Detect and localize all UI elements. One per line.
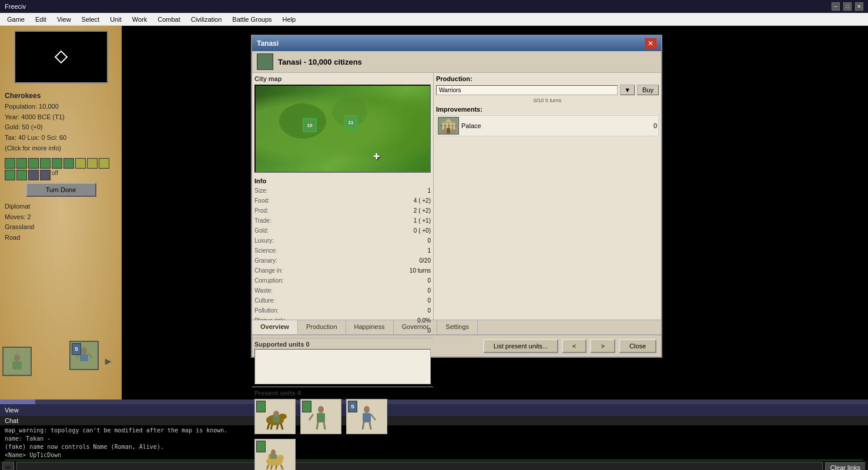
svg-point-21 [364, 406, 370, 413]
dialog-tabs: Overview Production Happiness Governor S… [252, 320, 661, 335]
menu-unit[interactable]: Unit [105, 15, 126, 24]
dialog-close-button[interactable]: ✕ [645, 38, 656, 49]
map-unit-1[interactable]: 10 [303, 118, 317, 132]
unit-icon-6 [63, 158, 74, 169]
restore-button[interactable]: □ [843, 2, 852, 11]
unit-icon-2 [16, 158, 27, 169]
production-progress: 0/10 5 turns [436, 98, 659, 103]
next-city-button[interactable]: > [590, 339, 615, 353]
tab-overview[interactable]: Overview [252, 320, 298, 334]
supported-units-area [254, 349, 431, 384]
corruption-value: 0 [427, 276, 431, 286]
tab-governor[interactable]: Governor [394, 320, 438, 334]
civ-info: Cherokees Population: 10,000 Year: 4000 … [5, 88, 117, 156]
luxury-value: 0 [427, 236, 431, 246]
prev-city-button[interactable]: < [562, 339, 587, 353]
minimize-button[interactable]: ─ [832, 2, 840, 11]
bottom-area: View Chat map_warning: topology can't be… [0, 400, 868, 470]
present-unit-1[interactable] [254, 399, 296, 434]
chat-header: Chat [0, 416, 868, 425]
minimap[interactable] [14, 31, 108, 83]
svg-line-19 [324, 422, 325, 429]
svg-line-18 [317, 422, 318, 429]
chat-line-4: <Name> UpTicDown [5, 451, 863, 459]
clear-links-button[interactable]: Clear links [825, 462, 866, 470]
present-units-section: Present units 4 [252, 387, 433, 470]
nav-right-arrow[interactable]: ► [103, 355, 113, 368]
present-units-area: S [254, 399, 431, 470]
menu-game[interactable]: Game [2, 15, 29, 24]
svg-line-11 [277, 425, 278, 429]
menu-civilization[interactable]: Civilization [186, 15, 227, 24]
list-present-units-button[interactable]: List present units... [483, 339, 558, 353]
year: Year: 4000 BCE (T1) [5, 112, 117, 123]
production-buy-button[interactable]: Buy [637, 85, 659, 95]
menu-select[interactable]: Select [77, 15, 105, 24]
tab-production[interactable]: Production [298, 320, 346, 334]
unit-portrait-1[interactable] [2, 347, 32, 376]
dialog-body: City map 10 11 ✚ [252, 73, 661, 320]
turn-done-button[interactable]: Turn Done [26, 183, 96, 197]
menu-view[interactable]: View [52, 15, 76, 24]
city-left-panel: City map 10 11 ✚ [252, 73, 434, 320]
present-unit-2[interactable] [300, 399, 341, 434]
view-scrollbar-thumb[interactable] [0, 400, 35, 404]
food-value: 4 ( +2) [414, 196, 431, 206]
game-world[interactable]: Tanasi ✕ Tanasi - 10,000 citizens City m… [122, 26, 868, 400]
svg-point-4 [81, 347, 87, 354]
tab-happiness[interactable]: Happiness [346, 320, 394, 334]
city-header-icon [257, 53, 273, 70]
svg-line-12 [281, 424, 283, 429]
waste-value: 0 [427, 286, 431, 296]
svg-line-30 [271, 465, 272, 469]
luxury-label: Luxury: [254, 236, 274, 246]
prod-value: 2 ( +2) [414, 206, 431, 216]
chat-input-row: ✏ Clear links [0, 461, 868, 470]
unit-icon-12 [28, 170, 39, 180]
chat-icon[interactable]: ✏ [2, 462, 14, 470]
svg-point-13 [279, 414, 287, 419]
menu-battle-groups[interactable]: Battle Groups [227, 15, 276, 24]
chat-log: map_warning: topology can't be modified … [0, 425, 868, 461]
view-scrollbar[interactable] [0, 400, 868, 404]
chat-line-1: map_warning: topology can't be modified … [5, 427, 863, 435]
click-info[interactable]: (Click for more info) [5, 143, 117, 154]
info-row-size: Size: 1 [254, 186, 431, 196]
info-row-culture: Culture: 0 [254, 296, 431, 306]
info-row-trade: Trade: 1 ( +1) [254, 216, 431, 226]
terrain2: Road [5, 233, 117, 243]
present-unit-4[interactable] [254, 439, 296, 470]
svg-rect-5 [80, 354, 88, 361]
info-row-luxury: Luxury: 0 [254, 236, 431, 246]
food-label: Food: [254, 196, 270, 206]
map-unit-2[interactable]: 11 [344, 115, 358, 129]
dialog-header: Tanasi - 10,000 citizens [252, 51, 661, 73]
title-bar: Freeciv ─ □ ✕ [0, 0, 868, 13]
improvement-palace-cost: 0 [645, 122, 657, 129]
city-map-section: City map 10 11 ✚ [252, 73, 433, 175]
svg-rect-15 [273, 417, 280, 422]
population: Population: 10,000 [5, 102, 117, 112]
svg-line-25 [371, 414, 376, 420]
tab-settings[interactable]: Settings [437, 320, 478, 334]
unit-icon-5 [52, 158, 62, 169]
dialog-close-footer-button[interactable]: Close [619, 339, 656, 353]
production-dropdown-button[interactable]: ▼ [620, 85, 635, 95]
menu-combat[interactable]: Combat [153, 15, 185, 24]
svg-line-23 [363, 422, 364, 429]
palace-icon [438, 117, 459, 135]
menu-work[interactable]: Work [128, 15, 152, 24]
menu-edit[interactable]: Edit [31, 15, 51, 24]
present-unit-3[interactable]: S [346, 399, 387, 434]
unit-portrait-2[interactable]: S [69, 341, 99, 370]
unit-icon-1 [5, 158, 15, 169]
change-value: 10 turns [410, 266, 431, 276]
city-map-image[interactable]: 10 11 ✚ [254, 85, 431, 173]
improvements-label: Improvements: [436, 106, 659, 113]
chat-area: Chat map_warning: topology can't be modi… [0, 416, 868, 470]
info-table: Size: 1 Food: 4 ( +2) Prod: 2 ( +2) [254, 186, 431, 335]
info-row-prod: Prod: 2 ( +2) [254, 206, 431, 216]
close-button[interactable]: ✕ [855, 2, 863, 11]
menu-help[interactable]: Help [278, 15, 301, 24]
production-section: Production: Warriors ▼ Buy 0/10 5 turns [436, 75, 659, 103]
